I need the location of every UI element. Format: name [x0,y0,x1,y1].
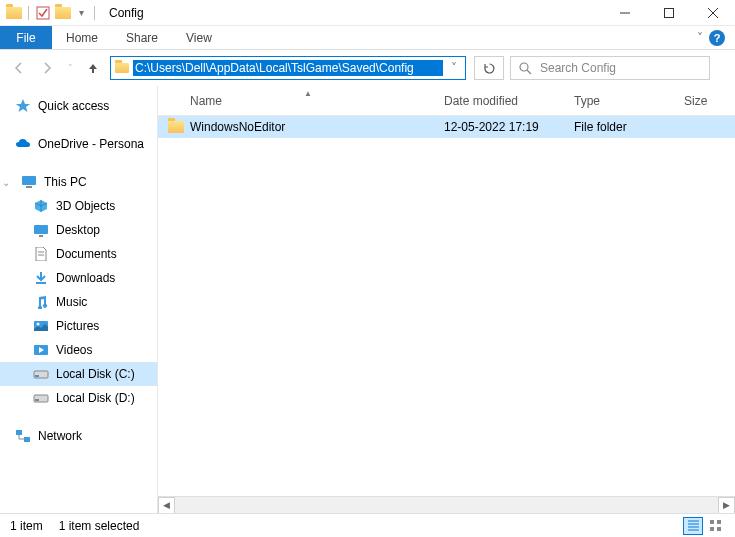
nav-local-disk-c[interactable]: Local Disk (C:) [0,362,157,386]
file-list: WindowsNoEditor 12-05-2022 17:19 File fo… [158,116,735,496]
window-title: Config [101,6,152,20]
svg-rect-21 [16,430,22,435]
file-name: WindowsNoEditor [190,120,285,134]
window-controls [603,0,735,26]
svg-line-6 [527,70,531,74]
column-size[interactable]: Size [684,94,735,108]
statusbar: 1 item 1 item selected [0,513,735,537]
svg-rect-20 [35,399,39,401]
drive-icon [32,366,50,382]
desktop-icon [32,222,50,238]
svg-rect-28 [717,520,721,524]
content-area: Name▲ Date modified Type Size WindowsNoE… [158,86,735,513]
status-count: 1 item [10,519,43,533]
nav-videos[interactable]: Videos [0,338,157,362]
svg-point-15 [37,323,40,326]
nav-music[interactable]: Music [0,290,157,314]
pictures-icon [32,318,50,334]
nav-network[interactable]: Network [0,424,157,448]
computer-icon [20,174,38,190]
nav-local-disk-d[interactable]: Local Disk (D:) [0,386,157,410]
address-path[interactable]: C:\Users\Dell\AppData\Local\TslGame\Save… [133,60,443,76]
svg-rect-22 [24,437,30,442]
back-button[interactable] [8,57,30,79]
column-date[interactable]: Date modified [444,94,574,108]
nav-3d-objects[interactable]: 3D Objects [0,194,157,218]
sort-asc-icon: ▲ [304,89,312,98]
nav-downloads[interactable]: Downloads [0,266,157,290]
tab-view[interactable]: View [172,26,226,49]
maximize-button[interactable] [647,0,691,26]
document-icon [32,246,50,262]
network-icon [14,428,32,444]
up-button[interactable] [82,57,104,79]
tab-share[interactable]: Share [112,26,172,49]
navigation-pane: Quick access OneDrive - Persona ⌄ This P… [0,86,158,513]
folder-icon [55,5,71,21]
drive-icon [32,390,50,406]
nav-this-pc[interactable]: ⌄ This PC [0,170,157,194]
address-bar[interactable]: C:\Users\Dell\AppData\Local\TslGame\Save… [110,56,466,80]
nav-documents[interactable]: Documents [0,242,157,266]
folder-icon [6,5,22,21]
separator [28,6,29,20]
scroll-left-icon[interactable]: ◀ [158,497,175,514]
help-icon[interactable]: ? [709,30,725,46]
svg-rect-27 [710,520,714,524]
navbar: ˅ C:\Users\Dell\AppData\Local\TslGame\Sa… [0,50,735,86]
svg-rect-0 [37,7,49,19]
status-selected: 1 item selected [59,519,140,533]
download-icon [32,270,50,286]
star-icon [14,98,32,114]
column-type[interactable]: Type [574,94,684,108]
forward-button[interactable] [36,57,58,79]
svg-rect-8 [26,186,32,188]
nav-onedrive[interactable]: OneDrive - Persona [0,132,157,156]
file-type: File folder [574,120,684,134]
svg-rect-29 [710,527,714,531]
cloud-icon [14,136,32,152]
file-date: 12-05-2022 17:19 [444,120,574,134]
cube-icon [32,198,50,214]
minimize-button[interactable] [603,0,647,26]
svg-rect-2 [665,8,674,17]
recent-dropdown-icon[interactable]: ˅ [64,57,76,79]
separator [94,6,95,20]
search-placeholder: Search Config [540,61,616,75]
scroll-right-icon[interactable]: ▶ [718,497,735,514]
expand-icon[interactable]: ⌄ [2,177,14,188]
main: Quick access OneDrive - Persona ⌄ This P… [0,86,735,513]
svg-rect-7 [22,176,36,185]
file-row[interactable]: WindowsNoEditor 12-05-2022 17:19 File fo… [158,116,735,138]
qat-checkbox-icon[interactable] [35,5,51,21]
music-icon [32,294,50,310]
horizontal-scrollbar[interactable]: ◀ ▶ [158,496,735,513]
titlebar: ▾ Config [0,0,735,26]
ribbon-expand-icon[interactable]: ˅ [697,31,703,45]
svg-rect-30 [717,527,721,531]
videos-icon [32,342,50,358]
search-icon [519,62,532,75]
address-dropdown-icon[interactable]: ˅ [443,61,465,75]
nav-quick-access[interactable]: Quick access [0,94,157,118]
file-tab[interactable]: File [0,26,52,49]
refresh-button[interactable] [474,56,504,80]
search-input[interactable]: Search Config [510,56,710,80]
ribbon: File Home Share View ˅ ? [0,26,735,50]
folder-icon [111,63,133,73]
svg-rect-9 [34,225,48,234]
svg-rect-10 [39,235,43,237]
titlebar-left: ▾ Config [0,5,152,21]
nav-desktop[interactable]: Desktop [0,218,157,242]
column-name[interactable]: Name▲ [164,94,444,108]
column-headers: Name▲ Date modified Type Size [158,86,735,116]
svg-point-5 [520,63,528,71]
svg-rect-18 [35,375,39,377]
tab-home[interactable]: Home [52,26,112,49]
view-large-button[interactable] [705,517,725,535]
folder-icon [168,121,184,133]
nav-pictures[interactable]: Pictures [0,314,157,338]
view-details-button[interactable] [683,517,703,535]
close-button[interactable] [691,0,735,26]
qat-dropdown-icon[interactable]: ▾ [75,7,88,18]
